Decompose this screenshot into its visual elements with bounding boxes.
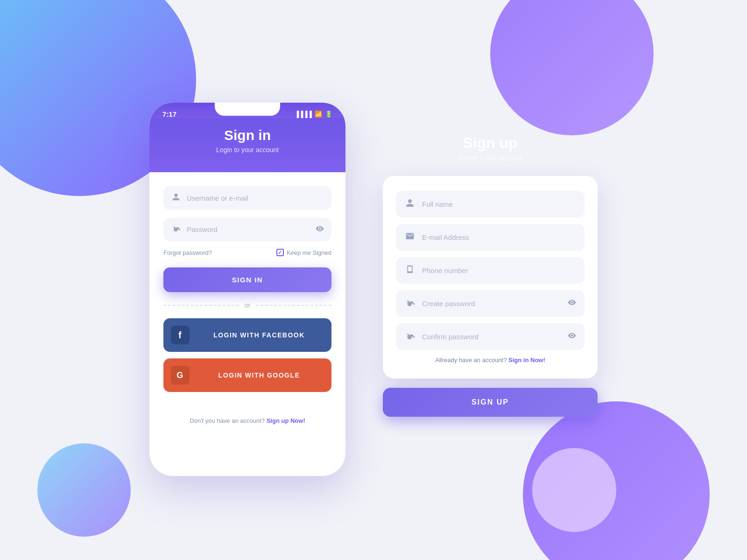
create-password-input[interactable] <box>422 300 561 308</box>
create-password-input-group <box>396 290 585 317</box>
facebook-icon: f <box>171 326 190 344</box>
signin-body: Forgot password? Keep me Signed SIGN IN … <box>149 172 345 413</box>
phone-icon <box>404 265 416 276</box>
signal-icon: ▐▐▐▐ <box>295 111 312 118</box>
signup-header: Sign up Create a new account <box>383 125 598 176</box>
signup-title: Sign up <box>383 134 598 152</box>
signin-subtitle: Login to your account <box>163 146 331 154</box>
wifi-icon: 📶 <box>315 111 322 118</box>
user-icon-signup <box>404 198 416 210</box>
signin-title: Sign in <box>163 127 331 143</box>
fullname-input-group <box>396 191 585 217</box>
google-button-label: LOGIN WITH GOOGLE <box>194 371 324 379</box>
email-icon <box>404 231 416 243</box>
already-account-text: Allready have an account? Sign in Now! <box>396 357 585 364</box>
password-input[interactable] <box>187 225 310 233</box>
confirm-password-eye-icon[interactable] <box>568 331 576 342</box>
footer-text: Don't you have an account? <box>190 417 265 424</box>
signin-button[interactable]: SIGN IN <box>163 267 331 292</box>
signup-subtitle: Create a new account <box>383 154 598 162</box>
key-icon <box>171 224 181 235</box>
google-login-button[interactable]: G LOGIN WITH GOOGLE <box>163 358 331 392</box>
keep-signed-checkbox[interactable] <box>276 249 284 256</box>
facebook-login-button[interactable]: f LOGIN WITH FACEBOOK <box>163 318 331 352</box>
page-container: 7:17 ▐▐▐▐ 📶 🔋 Sign in Login to your acco… <box>0 0 747 560</box>
username-input[interactable] <box>187 194 324 202</box>
confirm-password-input-group <box>396 323 585 350</box>
or-line-left <box>163 305 239 306</box>
phone-mockup: 7:17 ▐▐▐▐ 📶 🔋 Sign in Login to your acco… <box>149 103 345 476</box>
create-password-eye-icon[interactable] <box>568 298 576 308</box>
password-input-group <box>163 217 331 241</box>
keep-signed-container: Keep me Signed <box>276 249 331 256</box>
user-icon <box>171 193 181 203</box>
already-text: Allready have an account? <box>435 357 507 364</box>
google-icon: G <box>171 366 190 385</box>
signup-card: Allready have an account? Sign in Now! <box>383 176 598 378</box>
phone-input-group <box>396 257 585 284</box>
confirm-password-input[interactable] <box>422 333 561 341</box>
fullname-input[interactable] <box>422 200 576 208</box>
status-icons: ▐▐▐▐ 📶 🔋 <box>295 111 332 118</box>
signup-button[interactable]: SIGN UP <box>383 388 598 417</box>
key-icon-confirm <box>404 331 416 343</box>
keep-signed-label: Keep me Signed <box>287 249 331 256</box>
forgot-password-link[interactable]: Forgot password? <box>163 249 212 256</box>
phone-input[interactable] <box>422 266 576 274</box>
status-time: 7:17 <box>162 110 176 118</box>
email-input-group <box>396 224 585 251</box>
form-options: Forgot password? Keep me Signed <box>163 249 331 256</box>
facebook-button-label: LOGIN WITH FACEBOOK <box>194 331 324 339</box>
signin-now-link[interactable]: Sign in Now! <box>508 357 545 364</box>
email-input[interactable] <box>422 233 576 241</box>
or-line-right <box>256 305 331 306</box>
or-divider: or <box>163 301 331 309</box>
signin-footer: Don't you have an account? Sign up Now! <box>149 413 345 435</box>
battery-icon: 🔋 <box>325 111 332 118</box>
signup-link[interactable]: Sign up Now! <box>267 417 305 424</box>
phone-notch <box>215 103 280 116</box>
username-input-group <box>163 186 331 210</box>
signup-panel: Sign up Create a new account <box>383 125 598 417</box>
eye-toggle-icon[interactable] <box>316 224 324 235</box>
key-icon-signup <box>404 298 416 309</box>
signin-header: Sign in Login to your account <box>149 118 345 172</box>
or-text: or <box>245 301 250 309</box>
